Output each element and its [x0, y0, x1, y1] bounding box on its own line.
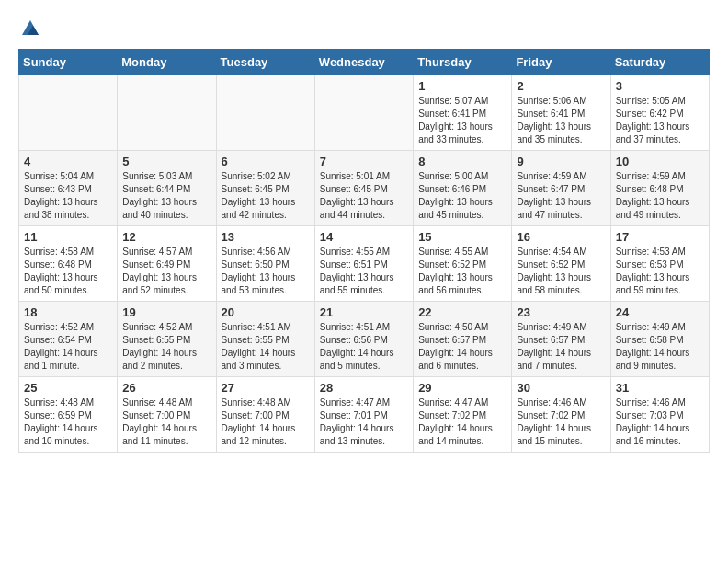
day-number: 6	[222, 155, 310, 168]
weekday-header-thursday: Thursday	[414, 50, 512, 75]
day-info: Sunrise: 5:07 AM Sunset: 6:41 PM Dayligh…	[418, 95, 506, 146]
day-number: 5	[122, 155, 210, 168]
logo-icon	[20, 18, 40, 39]
day-number: 24	[616, 305, 704, 319]
calendar-cell: 7Sunrise: 5:01 AM Sunset: 6:45 PM Daylig…	[314, 151, 413, 226]
weekday-header-tuesday: Tuesday	[216, 50, 314, 75]
calendar-cell: 1Sunrise: 5:07 AM Sunset: 6:41 PM Daylig…	[414, 75, 512, 151]
calendar-cell: 19Sunrise: 4:52 AM Sunset: 6:55 PM Dayli…	[118, 302, 216, 377]
day-info: Sunrise: 4:48 AM Sunset: 7:00 PM Dayligh…	[122, 396, 210, 448]
weekday-header-wednesday: Wednesday	[314, 50, 413, 75]
day-info: Sunrise: 4:50 AM Sunset: 6:57 PM Dayligh…	[418, 321, 506, 373]
day-info: Sunrise: 4:58 AM Sunset: 6:48 PM Dayligh…	[24, 246, 112, 297]
day-info: Sunrise: 5:00 AM Sunset: 6:46 PM Dayligh…	[418, 170, 506, 222]
calendar-cell: 9Sunrise: 4:59 AM Sunset: 6:47 PM Daylig…	[512, 151, 610, 226]
calendar-cell: 30Sunrise: 4:46 AM Sunset: 7:02 PM Dayli…	[512, 377, 610, 453]
day-number: 22	[418, 305, 506, 319]
day-info: Sunrise: 4:49 AM Sunset: 6:57 PM Dayligh…	[517, 321, 605, 373]
day-info: Sunrise: 4:51 AM Sunset: 6:55 PM Dayligh…	[222, 321, 310, 373]
day-info: Sunrise: 4:48 AM Sunset: 7:00 PM Dayligh…	[222, 396, 310, 448]
calendar-cell: 2Sunrise: 5:06 AM Sunset: 6:41 PM Daylig…	[512, 75, 610, 151]
logo	[18, 18, 40, 35]
day-number: 19	[122, 305, 210, 319]
calendar-cell: 28Sunrise: 4:47 AM Sunset: 7:01 PM Dayli…	[314, 377, 413, 453]
day-number: 23	[517, 305, 605, 319]
day-info: Sunrise: 4:49 AM Sunset: 6:58 PM Dayligh…	[616, 321, 704, 373]
day-number: 2	[517, 79, 605, 93]
weekday-header-friday: Friday	[512, 50, 610, 75]
weekday-header-sunday: Sunday	[19, 50, 118, 75]
day-number: 1	[418, 79, 506, 93]
weekday-header-saturday: Saturday	[610, 50, 709, 75]
day-info: Sunrise: 4:54 AM Sunset: 6:52 PM Dayligh…	[517, 246, 605, 297]
calendar-cell	[314, 75, 413, 151]
day-info: Sunrise: 4:56 AM Sunset: 6:50 PM Dayligh…	[222, 246, 310, 297]
calendar-cell: 26Sunrise: 4:48 AM Sunset: 7:00 PM Dayli…	[118, 377, 216, 453]
calendar-cell: 20Sunrise: 4:51 AM Sunset: 6:55 PM Dayli…	[216, 302, 314, 377]
day-info: Sunrise: 5:01 AM Sunset: 6:45 PM Dayligh…	[320, 170, 408, 222]
day-number: 16	[517, 230, 605, 244]
day-info: Sunrise: 4:52 AM Sunset: 6:55 PM Dayligh…	[122, 321, 210, 373]
day-number: 3	[616, 79, 704, 93]
calendar-cell: 11Sunrise: 4:58 AM Sunset: 6:48 PM Dayli…	[19, 226, 118, 302]
day-number: 26	[122, 381, 210, 395]
calendar-cell: 8Sunrise: 5:00 AM Sunset: 6:46 PM Daylig…	[414, 151, 512, 226]
calendar-cell: 10Sunrise: 4:59 AM Sunset: 6:48 PM Dayli…	[610, 151, 709, 226]
day-info: Sunrise: 4:46 AM Sunset: 7:03 PM Dayligh…	[616, 396, 704, 448]
day-number: 14	[320, 230, 408, 244]
week-row-4: 18Sunrise: 4:52 AM Sunset: 6:54 PM Dayli…	[19, 302, 710, 377]
day-number: 25	[24, 381, 112, 395]
day-number: 9	[517, 155, 605, 168]
week-row-1: 1Sunrise: 5:07 AM Sunset: 6:41 PM Daylig…	[19, 75, 710, 151]
day-info: Sunrise: 4:55 AM Sunset: 6:52 PM Dayligh…	[418, 246, 506, 297]
calendar-cell: 6Sunrise: 5:02 AM Sunset: 6:45 PM Daylig…	[216, 151, 314, 226]
calendar-cell: 3Sunrise: 5:05 AM Sunset: 6:42 PM Daylig…	[610, 75, 709, 151]
calendar-cell: 29Sunrise: 4:47 AM Sunset: 7:02 PM Dayli…	[414, 377, 512, 453]
day-info: Sunrise: 5:04 AM Sunset: 6:43 PM Dayligh…	[24, 170, 112, 222]
page-header	[18, 18, 710, 35]
day-info: Sunrise: 4:47 AM Sunset: 7:02 PM Dayligh…	[418, 396, 506, 448]
day-number: 17	[616, 230, 704, 244]
day-info: Sunrise: 4:51 AM Sunset: 6:56 PM Dayligh…	[320, 321, 408, 373]
calendar-cell	[118, 75, 216, 151]
day-number: 18	[24, 305, 112, 319]
day-number: 29	[418, 381, 506, 395]
day-number: 21	[320, 305, 408, 319]
day-number: 20	[222, 305, 310, 319]
calendar-cell: 4Sunrise: 5:04 AM Sunset: 6:43 PM Daylig…	[19, 151, 118, 226]
day-info: Sunrise: 4:59 AM Sunset: 6:47 PM Dayligh…	[517, 170, 605, 222]
day-number: 28	[320, 381, 408, 395]
calendar-cell: 31Sunrise: 4:46 AM Sunset: 7:03 PM Dayli…	[610, 377, 709, 453]
calendar-table: SundayMondayTuesdayWednesdayThursdayFrid…	[18, 49, 710, 453]
calendar-cell	[216, 75, 314, 151]
weekday-header-monday: Monday	[118, 50, 216, 75]
day-number: 4	[24, 155, 112, 168]
day-info: Sunrise: 4:52 AM Sunset: 6:54 PM Dayligh…	[24, 321, 112, 373]
day-number: 8	[418, 155, 506, 168]
day-info: Sunrise: 4:57 AM Sunset: 6:49 PM Dayligh…	[122, 246, 210, 297]
day-info: Sunrise: 5:02 AM Sunset: 6:45 PM Dayligh…	[222, 170, 310, 222]
calendar-cell: 12Sunrise: 4:57 AM Sunset: 6:49 PM Dayli…	[118, 226, 216, 302]
day-number: 30	[517, 381, 605, 395]
day-number: 11	[24, 230, 112, 244]
calendar-cell: 17Sunrise: 4:53 AM Sunset: 6:53 PM Dayli…	[610, 226, 709, 302]
calendar-cell: 24Sunrise: 4:49 AM Sunset: 6:58 PM Dayli…	[610, 302, 709, 377]
week-row-3: 11Sunrise: 4:58 AM Sunset: 6:48 PM Dayli…	[19, 226, 710, 302]
week-row-5: 25Sunrise: 4:48 AM Sunset: 6:59 PM Dayli…	[19, 377, 710, 453]
day-info: Sunrise: 4:47 AM Sunset: 7:01 PM Dayligh…	[320, 396, 408, 448]
calendar-cell: 5Sunrise: 5:03 AM Sunset: 6:44 PM Daylig…	[118, 151, 216, 226]
calendar-cell: 23Sunrise: 4:49 AM Sunset: 6:57 PM Dayli…	[512, 302, 610, 377]
week-row-2: 4Sunrise: 5:04 AM Sunset: 6:43 PM Daylig…	[19, 151, 710, 226]
day-info: Sunrise: 4:53 AM Sunset: 6:53 PM Dayligh…	[616, 246, 704, 297]
calendar-cell: 22Sunrise: 4:50 AM Sunset: 6:57 PM Dayli…	[414, 302, 512, 377]
day-info: Sunrise: 5:05 AM Sunset: 6:42 PM Dayligh…	[616, 95, 704, 146]
calendar-cell: 15Sunrise: 4:55 AM Sunset: 6:52 PM Dayli…	[414, 226, 512, 302]
day-info: Sunrise: 4:48 AM Sunset: 6:59 PM Dayligh…	[24, 396, 112, 448]
calendar-cell: 21Sunrise: 4:51 AM Sunset: 6:56 PM Dayli…	[314, 302, 413, 377]
day-info: Sunrise: 5:06 AM Sunset: 6:41 PM Dayligh…	[517, 95, 605, 146]
day-info: Sunrise: 4:55 AM Sunset: 6:51 PM Dayligh…	[320, 246, 408, 297]
calendar-cell: 27Sunrise: 4:48 AM Sunset: 7:00 PM Dayli…	[216, 377, 314, 453]
day-number: 13	[222, 230, 310, 244]
day-number: 31	[616, 381, 704, 395]
day-number: 10	[616, 155, 704, 168]
